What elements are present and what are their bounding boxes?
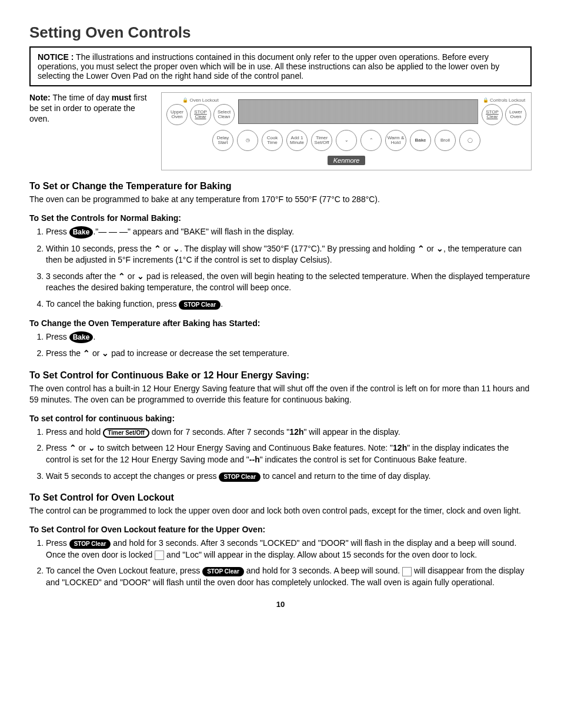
lock-icon bbox=[402, 567, 412, 576]
list-item: Within 10 seconds, press the ⌃ or ⌄. The… bbox=[46, 243, 532, 266]
sec1-list-b: Press Bake. Press the ⌃ or ⌄ pad to incr… bbox=[29, 331, 532, 360]
stop-clear-icon: STOP Clear bbox=[202, 567, 244, 576]
upper-oven-button: Upper Oven bbox=[166, 104, 188, 125]
sec2-list: Press and hold Timer Set/Off down for 7 … bbox=[29, 427, 532, 482]
list-item: Press ⌃ or ⌄ to switch between 12 Hour E… bbox=[46, 442, 532, 465]
list-item: 3 seconds after the ⌃ or ⌄ pad is releas… bbox=[46, 271, 532, 294]
stop-clear-icon: STOP Clear bbox=[219, 472, 261, 482]
list-item: Press Bake."— — —" appears and "BAKE" wi… bbox=[46, 226, 532, 239]
oven-lockout-icon: 🔒 Oven Lockout bbox=[182, 98, 219, 103]
notice-label: NOTICE : bbox=[38, 52, 74, 62]
broil-button: Broil bbox=[435, 130, 456, 151]
controls-lockout-icon: 🔒 Controls Lockout bbox=[483, 98, 525, 103]
control-panel-diagram: 🔒 Oven Lockout Upper Oven STOP Clear Sel… bbox=[161, 92, 532, 170]
timer-icon: Timer Set/Off bbox=[103, 428, 149, 438]
sec2-sub: To set control for continuous baking: bbox=[29, 414, 532, 423]
stop-clear-icon: STOP Clear bbox=[69, 539, 111, 549]
up-arrow-icon: ⌃ bbox=[83, 348, 90, 360]
sec1-list-a: Press Bake."— — —" appears and "BAKE" wi… bbox=[29, 226, 532, 310]
add-1-minute-button: Add 1 Minute bbox=[286, 130, 308, 151]
section-3-intro: The control can be programmed to lock th… bbox=[29, 505, 532, 516]
bake-button: Bake bbox=[410, 130, 431, 151]
display-screen bbox=[238, 99, 478, 124]
note-label: Note: bbox=[29, 93, 51, 102]
timer-button: Timer Set/Off bbox=[311, 130, 332, 151]
light-button: ◯ bbox=[459, 130, 480, 151]
down-arrow-icon: ⌄ bbox=[88, 442, 95, 454]
note-text: Note: The time of day must first be set … bbox=[29, 92, 153, 125]
stop-clear-button: STOP Clear bbox=[190, 104, 211, 125]
down-arrow-icon: ⌄ bbox=[173, 243, 180, 255]
up-arrow-icon: ⌃ bbox=[69, 442, 76, 454]
down-arrow-icon: ⌄ bbox=[102, 348, 109, 360]
bake-icon: Bake bbox=[69, 226, 94, 239]
sec1-sub-a: To Set the Controls for Normal Baking: bbox=[29, 213, 532, 223]
section-1-heading: To Set or Change the Temperature for Bak… bbox=[29, 181, 532, 192]
stop-clear-button-2: STOP Clear bbox=[482, 104, 503, 125]
lock-icon bbox=[155, 551, 164, 560]
down-arrow-icon: ⌄ bbox=[137, 271, 144, 283]
down-arrow-icon: ⌄ bbox=[436, 243, 443, 255]
list-item: Wait 5 seconds to accept the changes or … bbox=[46, 471, 532, 482]
list-item: Press STOP Clear and hold for 3 seconds.… bbox=[46, 538, 532, 561]
bake-icon: Bake bbox=[69, 331, 94, 344]
list-item: Press and hold Timer Set/Off down for 7 … bbox=[46, 427, 532, 438]
notice-box: NOTICE : The illustrations and instructi… bbox=[29, 46, 532, 86]
clock-button: ◷ bbox=[237, 130, 258, 151]
note-bold: must bbox=[112, 93, 131, 102]
delay-start-button: Delay Start bbox=[212, 130, 233, 151]
up-arrow-icon: ⌃ bbox=[418, 243, 425, 255]
list-item: Press the ⌃ or ⌄ pad to increase or decr… bbox=[46, 348, 532, 360]
lower-oven-button: Lower Oven bbox=[505, 104, 526, 125]
sec1-sub-b: To Change the Oven Temperature after Bak… bbox=[29, 318, 532, 328]
note-panel-row: Note: The time of day must first be set … bbox=[29, 92, 532, 170]
cook-time-button: Cook Time bbox=[262, 130, 283, 151]
list-item: To cancel the baking function, press STO… bbox=[46, 298, 532, 310]
section-3-heading: To Set Control for Oven Lockout bbox=[29, 492, 532, 503]
select-clean-button: Select Clean bbox=[213, 104, 235, 125]
list-item: To cancel the Oven Lockout feature, pres… bbox=[46, 565, 532, 588]
note-t1: The time of day bbox=[51, 93, 112, 102]
section-2-intro: The oven control has a built-in 12 Hour … bbox=[29, 383, 532, 405]
list-item: Press Bake. bbox=[46, 331, 532, 344]
brand-badge: Kenmore bbox=[328, 156, 366, 165]
notice-text: The illustrations and instructions conta… bbox=[38, 52, 499, 80]
up-arrow-button: ⌃ bbox=[360, 130, 382, 151]
section-1-intro: The oven can be programmed to bake at an… bbox=[29, 194, 532, 205]
down-arrow-button: ⌄ bbox=[336, 130, 357, 151]
stop-clear-icon: STOP Clear bbox=[179, 300, 221, 310]
warm-hold-button: Warm & Hold bbox=[385, 130, 406, 151]
section-2-heading: To Set Control for Continuous Bake or 12… bbox=[29, 370, 532, 381]
sec3-sub: To Set Control for Oven Lockout feature … bbox=[29, 525, 532, 534]
page-title: Setting Oven Controls bbox=[29, 24, 532, 42]
sec3-list: Press STOP Clear and hold for 3 seconds.… bbox=[29, 538, 532, 588]
up-arrow-icon: ⌃ bbox=[154, 243, 161, 255]
up-arrow-icon: ⌃ bbox=[118, 271, 125, 283]
page-number: 10 bbox=[29, 600, 532, 609]
